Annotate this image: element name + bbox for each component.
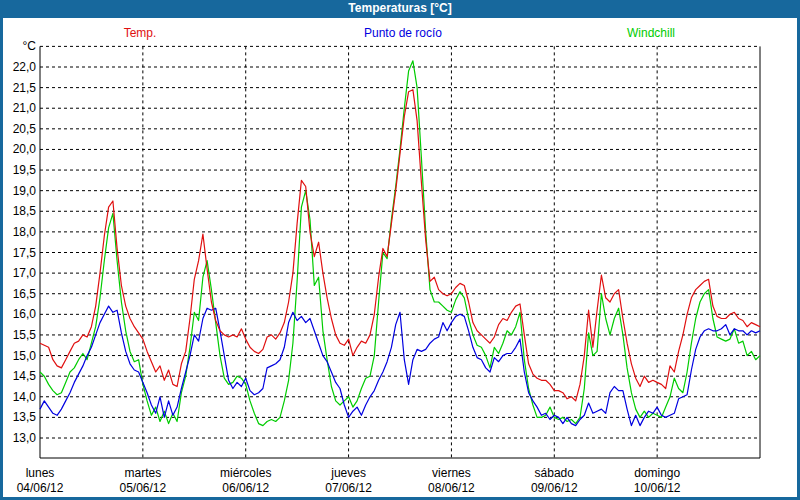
y-tick-label: 16,5 <box>13 287 37 301</box>
x-weekday-label: lunes <box>26 466 55 480</box>
x-weekday-label: sábado <box>535 466 575 480</box>
y-tick-label: 18,0 <box>13 225 37 239</box>
y-tick-label: 17,5 <box>13 246 37 260</box>
x-weekday-label: domingo <box>634 466 680 480</box>
y-tick-label: 13,5 <box>13 410 37 424</box>
y-tick-label: 14,0 <box>13 390 37 404</box>
x-date-label: 07/06/12 <box>325 481 372 495</box>
y-tick-label: 16,0 <box>13 307 37 321</box>
temp-series-line <box>40 90 760 401</box>
y-tick-label: 21,0 <box>13 101 37 115</box>
y-tick-label: 19,0 <box>13 184 37 198</box>
y-tick-label: 20,5 <box>13 122 37 136</box>
x-weekday-label: jueves <box>330 466 366 480</box>
y-tick-label: 19,5 <box>13 163 37 177</box>
x-date-label: 10/06/12 <box>634 481 681 495</box>
temperature-chart-window: Temperaturas [°C] Temp. Punto de rocío W… <box>0 0 800 500</box>
y-tick-label: 17,0 <box>13 266 37 280</box>
window-border-left <box>0 0 3 500</box>
y-tick-label: 18,5 <box>13 204 37 218</box>
y-tick-label: 14,5 <box>13 369 37 383</box>
y-tick-label: 21,5 <box>13 81 37 95</box>
windchill-series-line <box>40 61 760 426</box>
temperature-line-chart: 22,021,521,020,520,019,519,018,518,017,5… <box>0 0 800 500</box>
dew-point-series-line <box>40 306 760 426</box>
x-date-label: 05/06/12 <box>119 481 166 495</box>
y-tick-label: 20,0 <box>13 142 37 156</box>
x-weekday-label: martes <box>125 466 162 480</box>
x-date-label: 09/06/12 <box>531 481 578 495</box>
y-tick-label: 13,0 <box>13 431 37 445</box>
x-weekday-label: miércoles <box>220 466 271 480</box>
x-weekday-label: viernes <box>432 466 471 480</box>
x-date-label: 08/06/12 <box>428 481 475 495</box>
x-date-label: 04/06/12 <box>17 481 64 495</box>
y-tick-label: 22,0 <box>13 60 37 74</box>
y-tick-label: 15,5 <box>13 328 37 342</box>
y-tick-label: 15,0 <box>13 349 37 363</box>
x-date-label: 06/06/12 <box>222 481 269 495</box>
